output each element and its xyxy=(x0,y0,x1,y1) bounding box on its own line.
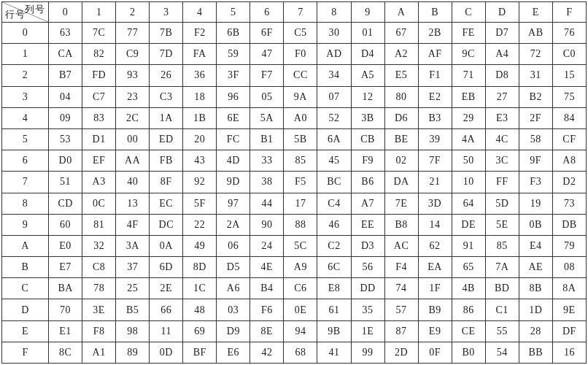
cell: 57 xyxy=(384,299,418,320)
cell: 88 xyxy=(284,214,317,235)
cell: BE xyxy=(384,128,418,150)
col-header: 5 xyxy=(217,2,250,23)
table-row: CBA78252E1CA6B4C6E8DD741F4BBD8B8A xyxy=(2,278,587,299)
col-header: F xyxy=(552,2,586,23)
cell: 0B xyxy=(519,214,552,235)
cell: 27 xyxy=(485,86,519,107)
cell: 9E xyxy=(552,299,586,320)
row-header: E xyxy=(2,320,49,342)
cell: F9 xyxy=(351,150,384,172)
col-header: 0 xyxy=(49,2,82,23)
cell: 94 xyxy=(284,320,317,342)
cell: 7F xyxy=(418,150,452,172)
cell: EE xyxy=(351,214,384,235)
cell: 99 xyxy=(351,342,384,363)
row-header: 3 xyxy=(2,86,49,107)
cell: B4 xyxy=(250,278,284,299)
cell: 3A xyxy=(116,235,150,256)
cell: FE xyxy=(452,23,485,44)
cell: 5C xyxy=(284,235,317,256)
cell: A5 xyxy=(351,65,384,86)
cell: 55 xyxy=(485,320,519,342)
cell: 7E xyxy=(384,193,418,214)
cell: CB xyxy=(351,128,384,150)
cell: 29 xyxy=(452,107,485,128)
table-row: 0637C777BF26B6FC53001672BFED7AB76 xyxy=(2,23,587,44)
cell: 69 xyxy=(183,320,217,342)
cell: 6D xyxy=(150,257,183,278)
cell: 53 xyxy=(49,128,82,150)
row-header: B xyxy=(2,257,49,278)
cell: A0 xyxy=(284,107,317,128)
cell: D3 xyxy=(351,235,384,256)
row-header: 1 xyxy=(2,44,49,65)
cell: DA xyxy=(384,172,418,193)
cell: 33 xyxy=(250,150,284,172)
cell: 7A xyxy=(485,257,519,278)
cell: 8D xyxy=(183,257,217,278)
cell: BA xyxy=(49,278,82,299)
corner-cell: 列号 行号 xyxy=(2,2,49,23)
cell: 51 xyxy=(49,172,82,193)
cell: 06 xyxy=(217,235,250,256)
cell: 5E xyxy=(485,214,519,235)
cell: E1 xyxy=(49,320,82,342)
cell: 50 xyxy=(452,150,485,172)
cell: 5B xyxy=(284,128,317,150)
cell: DE xyxy=(452,214,485,235)
col-header: 1 xyxy=(82,2,116,23)
col-header: 2 xyxy=(116,2,150,23)
cell: 16 xyxy=(552,342,586,363)
cell: AF xyxy=(418,44,452,65)
cell: 03 xyxy=(217,299,250,320)
cell: B1 xyxy=(250,128,284,150)
cell: 37 xyxy=(116,257,150,278)
cell: 00 xyxy=(116,128,150,150)
cell: 4A xyxy=(452,128,485,150)
cell: 26 xyxy=(150,65,183,86)
cell: 58 xyxy=(519,128,552,150)
cell: 8E xyxy=(250,320,284,342)
cell: E5 xyxy=(384,65,418,86)
cell: 38 xyxy=(250,172,284,193)
cell: 2B xyxy=(418,23,452,44)
cell: A2 xyxy=(384,44,418,65)
cell: 60 xyxy=(49,214,82,235)
cell: F5 xyxy=(284,172,317,193)
cell: B3 xyxy=(418,107,452,128)
column-header-row: 列号 行号 0 1 2 3 4 5 6 7 8 9 A B C D E F xyxy=(2,2,587,23)
col-header: B xyxy=(418,2,452,23)
cell: 65 xyxy=(452,257,485,278)
cell: 67 xyxy=(384,23,418,44)
cell: 19 xyxy=(519,193,552,214)
cell: F6 xyxy=(250,299,284,320)
cell: 2C xyxy=(116,107,150,128)
cell: FA xyxy=(183,44,217,65)
corner-row-label: 行号 xyxy=(5,8,26,21)
cell: 75 xyxy=(552,86,586,107)
cell: 35 xyxy=(351,299,384,320)
table-row: 6D0EFAAFB434D338545F9027F503C9FA8 xyxy=(2,150,587,172)
cell: 3D xyxy=(418,193,452,214)
cell: 17 xyxy=(284,193,317,214)
sbox-table-container: 列号 行号 0 1 2 3 4 5 6 7 8 9 A B C D E F xyxy=(0,0,588,365)
col-header: A xyxy=(384,2,418,23)
cell: FD xyxy=(82,65,116,86)
cell: EA xyxy=(418,257,452,278)
cell: C0 xyxy=(552,44,586,65)
table-row: F8CA1890DBFE6426841992D0FB054BB16 xyxy=(2,342,587,363)
row-header: 7 xyxy=(2,172,49,193)
cell: 11 xyxy=(150,320,183,342)
cell: B9 xyxy=(418,299,452,320)
cell: 85 xyxy=(485,235,519,256)
cell: C6 xyxy=(284,278,317,299)
col-header: D xyxy=(485,2,519,23)
table-row: 1CA82C97DFA5947F0ADD4A2AF9CA472C0 xyxy=(2,44,587,65)
cell: D5 xyxy=(217,257,250,278)
cell: 81 xyxy=(82,214,116,235)
cell: F2 xyxy=(183,23,217,44)
cell: F4 xyxy=(384,257,418,278)
cell: 72 xyxy=(519,44,552,65)
cell: 36 xyxy=(183,65,217,86)
row-header: 9 xyxy=(2,214,49,235)
